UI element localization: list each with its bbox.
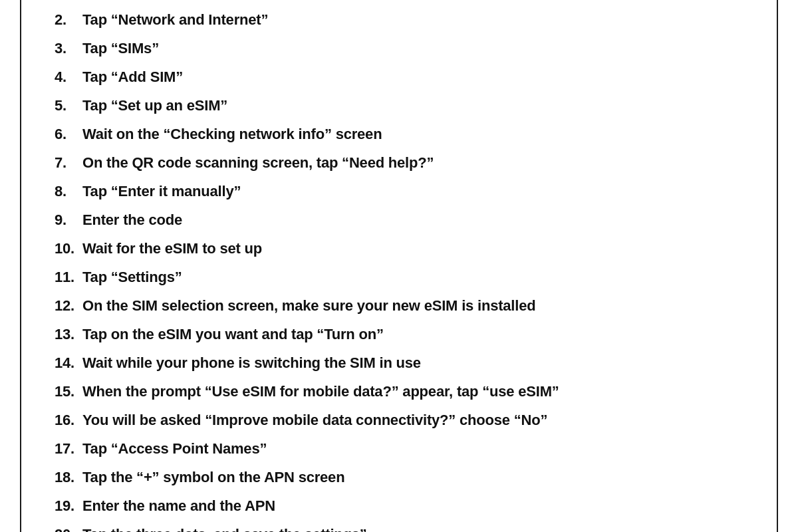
list-item: Open “Settings” [55,0,743,2]
step-text: Open “Settings” [82,0,743,2]
list-item: Tap on the eSIM you want and tap “Turn o… [55,323,743,345]
list-item: On the QR code scanning screen, tap “Nee… [55,152,743,174]
step-text: On the QR code scanning screen, tap “Nee… [82,152,743,174]
list-item: Tap “Add SIM” [55,66,743,88]
list-item: Tap “Enter it manually” [55,180,743,202]
step-text: Wait for the eSIM to set up [82,237,743,259]
step-text: Tap “Add SIM” [82,66,743,88]
list-item: Tap the three dots, and save the setting… [55,523,743,532]
steps-list: Open “Settings”Tap “Network and Internet… [55,0,743,532]
step-text: Tap “Settings” [82,266,743,288]
list-item: Tap “Set up an eSIM” [55,94,743,116]
step-text: Wait while your phone is switching the S… [82,352,743,374]
list-item: Wait for the eSIM to set up [55,237,743,259]
step-text: Tap the “+” symbol on the APN screen [82,466,743,488]
list-item: When the prompt “Use eSIM for mobile dat… [55,380,743,402]
list-item: You will be asked “Improve mobile data c… [55,409,743,431]
instructions-card: Open “Settings”Tap “Network and Internet… [20,0,778,532]
list-item: Wait while your phone is switching the S… [55,352,743,374]
step-text: Tap “Enter it manually” [82,180,743,202]
list-item: Enter the code [55,209,743,231]
list-item: Enter the name and the APN [55,495,743,517]
list-item: Wait on the “Checking network info” scre… [55,123,743,145]
list-item: Tap the “+” symbol on the APN screen [55,466,743,488]
step-text: Tap “Network and Internet” [82,9,743,31]
step-text: When the prompt “Use eSIM for mobile dat… [82,380,743,402]
step-text: On the SIM selection screen, make sure y… [82,295,743,317]
step-text: Tap the three dots, and save the setting… [82,523,743,532]
list-item: Tap “Network and Internet” [55,9,743,31]
step-text: Enter the name and the APN [82,495,743,517]
step-text: Wait on the “Checking network info” scre… [82,123,743,145]
list-item: Tap “SIMs” [55,37,743,59]
step-text: Tap “SIMs” [82,37,743,59]
list-item: On the SIM selection screen, make sure y… [55,295,743,317]
step-text: Tap “Set up an eSIM” [82,94,743,116]
step-text: Enter the code [82,209,743,231]
step-text: Tap “Access Point Names” [82,438,743,460]
step-text: Tap on the eSIM you want and tap “Turn o… [82,323,743,345]
list-item: Tap “Access Point Names” [55,438,743,460]
step-text: You will be asked “Improve mobile data c… [82,409,743,431]
list-item: Tap “Settings” [55,266,743,288]
